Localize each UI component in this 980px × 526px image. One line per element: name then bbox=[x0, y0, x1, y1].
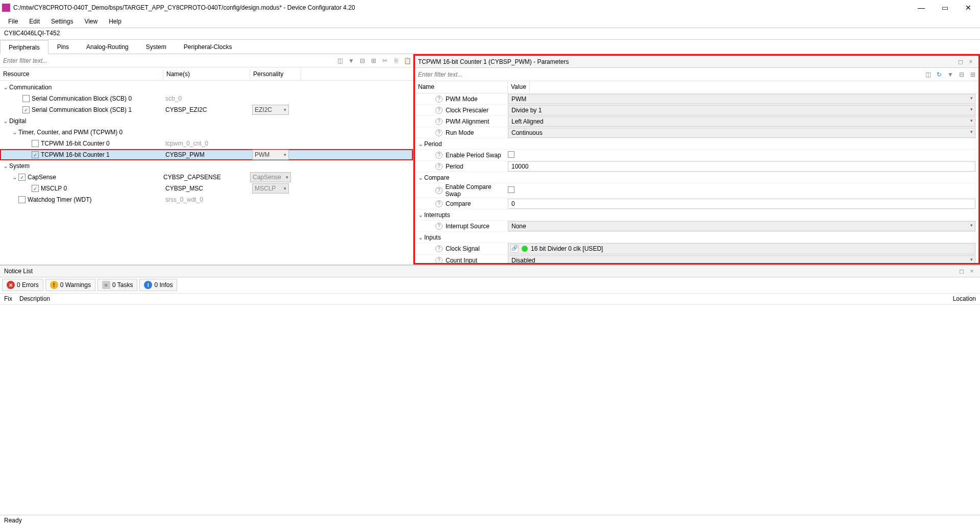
help-icon[interactable]: ? bbox=[435, 129, 443, 136]
clock-prescaler-select[interactable]: Divide by 1▾ bbox=[508, 105, 975, 115]
resource-filter-input[interactable] bbox=[0, 57, 334, 64]
help-icon[interactable]: ? bbox=[435, 223, 443, 230]
menu-file[interactable]: File bbox=[3, 17, 23, 26]
checkbox[interactable] bbox=[32, 140, 39, 147]
tree-item-wdt[interactable]: Watchdog Timer (WDT) srss_0_wdt_0 bbox=[0, 194, 413, 205]
copy-icon[interactable]: ⎘ bbox=[391, 56, 401, 66]
checkbox[interactable] bbox=[18, 196, 26, 203]
link-icon[interactable]: 🔗 bbox=[510, 245, 519, 253]
tree-item-counter0[interactable]: TCPWM 16-bit Counter 0 tcpwm_0_cnt_0 bbox=[0, 138, 413, 149]
chevron-down-icon[interactable]: ⌄ bbox=[417, 140, 424, 148]
interrupt-source-select[interactable]: None▾ bbox=[508, 221, 975, 231]
help-icon[interactable]: ? bbox=[435, 118, 443, 125]
task-icon: ≡ bbox=[102, 281, 110, 289]
menu-settings[interactable]: Settings bbox=[46, 17, 78, 26]
menu-view[interactable]: View bbox=[79, 17, 103, 26]
filter-icon[interactable]: ▼ bbox=[346, 56, 356, 66]
pwm-alignment-select[interactable]: Left Aligned▾ bbox=[508, 116, 975, 127]
help-icon[interactable]: ? bbox=[435, 187, 443, 194]
expand-icon[interactable]: ⊞ bbox=[369, 56, 379, 66]
help-icon[interactable]: ? bbox=[435, 107, 443, 114]
help-icon[interactable]: ? bbox=[435, 95, 443, 103]
tree-item-capsense[interactable]: ⌄ ✓ CapSense CYBSP_CAPSENSE CapSense▾ bbox=[0, 172, 413, 183]
col-personality[interactable]: Personality bbox=[250, 68, 301, 80]
checkbox[interactable]: ✓ bbox=[18, 174, 26, 181]
chevron-down-icon[interactable]: ⌄ bbox=[417, 174, 424, 181]
chevron-down-icon[interactable]: ⌄ bbox=[2, 162, 9, 170]
help-icon[interactable]: ? bbox=[435, 200, 443, 207]
cut-icon[interactable]: ✂ bbox=[380, 56, 390, 66]
count-input-select[interactable]: Disabled▾ bbox=[508, 255, 975, 263]
params-filter-input[interactable] bbox=[415, 71, 922, 78]
device-tab[interactable]: CY8C4046LQI-T452 bbox=[0, 28, 980, 40]
collapse-icon[interactable]: ⊟ bbox=[957, 69, 967, 80]
parameters-title: TCPWM 16-bit Counter 1 (CYBSP_PWM) - Par… bbox=[418, 58, 569, 65]
clear-filter-icon[interactable]: ◫ bbox=[335, 56, 345, 66]
close-icon[interactable]: × bbox=[968, 268, 976, 275]
checkbox[interactable]: ✓ bbox=[22, 106, 30, 113]
filter-icon[interactable]: ▼ bbox=[945, 69, 955, 80]
tree-item-counter1[interactable]: ✓ TCPWM 16-bit Counter 1 CYBSP_PWM PWM▾ bbox=[0, 149, 413, 160]
help-icon[interactable]: ? bbox=[435, 245, 443, 252]
period-input[interactable]: 10000 bbox=[508, 161, 975, 172]
tree-item-scb1[interactable]: ✓ Serial Communication Block (SCB) 1 CYB… bbox=[0, 104, 413, 115]
app-icon bbox=[2, 4, 10, 12]
tab-pins[interactable]: Pins bbox=[48, 40, 78, 54]
enable-period-swap-checkbox[interactable] bbox=[508, 151, 514, 158]
chevron-down-icon[interactable]: ⌄ bbox=[11, 174, 18, 181]
infos-pill[interactable]: i0 Infos bbox=[139, 279, 177, 291]
close-panel-icon[interactable]: × bbox=[966, 58, 975, 65]
col-resource[interactable]: Resource bbox=[0, 68, 163, 80]
tab-system[interactable]: System bbox=[137, 40, 175, 54]
warnings-pill[interactable]: !0 Warnings bbox=[45, 279, 95, 291]
clear-icon[interactable]: ◫ bbox=[923, 69, 933, 80]
compare-input[interactable]: 0 bbox=[508, 199, 975, 209]
param-col-value[interactable]: Value bbox=[508, 81, 530, 93]
tree-group-system[interactable]: ⌄ System bbox=[0, 160, 413, 172]
tasks-pill[interactable]: ≡0 Tasks bbox=[97, 279, 137, 291]
personality-select[interactable]: PWM▾ bbox=[252, 150, 289, 160]
checkbox[interactable]: ✓ bbox=[32, 151, 39, 158]
main-tabs: Peripherals Pins Analog-Routing System P… bbox=[0, 40, 980, 54]
checkbox[interactable] bbox=[22, 95, 30, 102]
param-col-name[interactable]: Name bbox=[415, 81, 508, 93]
close-button[interactable]: ✕ bbox=[957, 0, 980, 15]
tree-group-communication[interactable]: ⌄ Communication bbox=[0, 82, 413, 93]
personality-select[interactable]: EZI2C▾ bbox=[252, 105, 289, 115]
info-icon: i bbox=[144, 281, 152, 289]
chevron-down-icon[interactable]: ⌄ bbox=[2, 84, 9, 91]
paste-icon[interactable]: 📋 bbox=[402, 56, 412, 66]
menu-help[interactable]: Help bbox=[104, 17, 127, 26]
status-bar: Ready bbox=[0, 515, 980, 526]
checkbox[interactable]: ✓ bbox=[32, 185, 39, 192]
clock-signal-field[interactable]: 🔗16 bit Divider 0 clk [USED] bbox=[508, 243, 975, 254]
tab-peripheral-clocks[interactable]: Peripheral-Clocks bbox=[175, 40, 241, 54]
menu-edit[interactable]: Edit bbox=[24, 17, 45, 26]
undock-icon[interactable]: ◻ bbox=[958, 268, 966, 275]
run-mode-select[interactable]: Continuous▾ bbox=[508, 128, 975, 138]
expand-icon[interactable]: ⊞ bbox=[968, 69, 978, 80]
tree-group-digital[interactable]: ⌄ Digital bbox=[0, 115, 413, 127]
enable-compare-swap-checkbox[interactable] bbox=[508, 186, 514, 193]
chevron-down-icon[interactable]: ⌄ bbox=[11, 129, 18, 136]
help-icon[interactable]: ? bbox=[435, 163, 443, 170]
collapse-icon[interactable]: ⊟ bbox=[357, 56, 368, 66]
pwm-mode-select[interactable]: PWM▾ bbox=[508, 94, 975, 104]
tree-item-msclp[interactable]: ✓ MSCLP 0 CYBSP_MSC MSCLP▾ bbox=[0, 183, 413, 194]
errors-pill[interactable]: ✕0 Errors bbox=[2, 279, 43, 291]
help-icon[interactable]: ? bbox=[435, 257, 443, 263]
col-names[interactable]: Name(s) bbox=[163, 68, 250, 80]
tree-group-tcpwm[interactable]: ⌄ Timer, Counter, and PWM (TCPWM) 0 bbox=[0, 127, 413, 138]
refresh-icon[interactable]: ↻ bbox=[934, 69, 944, 80]
help-icon[interactable]: ? bbox=[435, 152, 443, 159]
tree-item-scb0[interactable]: Serial Communication Block (SCB) 0 scb_0 bbox=[0, 93, 413, 104]
chevron-down-icon[interactable]: ⌄ bbox=[417, 211, 424, 219]
maximize-button[interactable]: ▭ bbox=[933, 0, 957, 15]
undock-icon[interactable]: ◻ bbox=[956, 58, 965, 65]
chevron-down-icon[interactable]: ⌄ bbox=[2, 117, 9, 125]
tab-peripherals[interactable]: Peripherals bbox=[0, 40, 48, 54]
chevron-down-icon[interactable]: ⌄ bbox=[417, 234, 424, 241]
personality-select: MSCLP▾ bbox=[252, 183, 289, 194]
minimize-button[interactable]: — bbox=[910, 0, 933, 15]
tab-analog-routing[interactable]: Analog-Routing bbox=[78, 40, 137, 54]
